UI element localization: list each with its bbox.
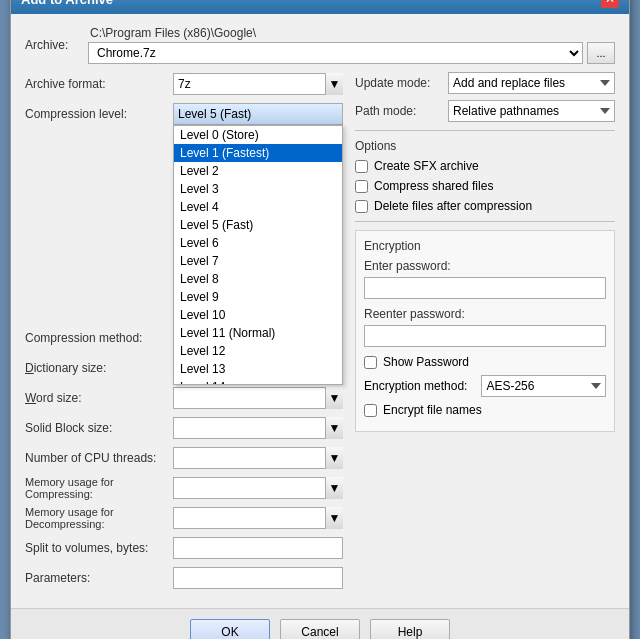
memory-decompress-row: Memory usage for Decompressing: ▼ <box>25 506 343 530</box>
memory-decompress-wrapper: ▼ <box>173 507 343 529</box>
word-size-select[interactable] <box>173 387 343 409</box>
path-mode-row: Path mode: Relative pathnames <box>355 100 615 122</box>
show-password-label: Show Password <box>383 355 469 369</box>
encryption-method-label: Encryption method: <box>364 379 467 393</box>
delete-after-label: Delete files after compression <box>374 199 532 213</box>
solid-block-row: Solid Block size: ▼ <box>25 416 343 440</box>
browse-button[interactable]: ... <box>587 42 615 64</box>
dialog-footer: OK Cancel Help <box>11 608 629 639</box>
delete-after-row: Delete files after compression <box>355 199 615 213</box>
dropdown-item-5[interactable]: Level 5 (Fast) <box>174 216 342 234</box>
archive-label: Archive: <box>25 38 80 52</box>
create-sfx-checkbox[interactable] <box>355 160 368 173</box>
encryption-method-select[interactable]: AES-256 <box>481 375 606 397</box>
left-panel: Archive format: 7z ▼ Compression level: … <box>25 72 343 596</box>
archive-row: Archive: C:\Program Files (x86)\Google\ … <box>25 26 615 64</box>
right-panel: Update mode: Add and replace files Path … <box>355 72 615 596</box>
path-mode-label: Path mode: <box>355 104 440 118</box>
cancel-button[interactable]: Cancel <box>280 619 360 639</box>
cpu-threads-row: Number of CPU threads: ▼ <box>25 446 343 470</box>
dropdown-item-10[interactable]: Level 10 <box>174 306 342 324</box>
dropdown-item-12[interactable]: Level 12 <box>174 342 342 360</box>
enter-password-label: Enter password: <box>364 259 606 273</box>
update-mode-label: Update mode: <box>355 76 440 90</box>
dialog-body: Archive: C:\Program Files (x86)\Google\ … <box>11 14 629 608</box>
memory-compress-row: Memory usage for Compressing: ▼ <box>25 476 343 500</box>
encryption-method-row: Encryption method: AES-256 <box>364 375 606 397</box>
cpu-threads-wrapper: ▼ <box>173 447 343 469</box>
compress-shared-checkbox[interactable] <box>355 180 368 193</box>
archive-path-select[interactable]: Chrome.7z <box>88 42 583 64</box>
encrypt-filenames-label: Encrypt file names <box>383 403 482 417</box>
options-section: Options Create SFX archive Compress shar… <box>355 139 615 213</box>
solid-block-wrapper: ▼ <box>173 417 343 439</box>
cpu-threads-select[interactable] <box>173 447 343 469</box>
dropdown-item-3[interactable]: Level 3 <box>174 180 342 198</box>
word-size-row: Word size: ▼ <box>25 386 343 410</box>
compression-level-wrapper: Level 5 (Fast) Level 0 (Store) Level 1 (… <box>173 103 343 125</box>
compression-level-label: Compression level: <box>25 107 173 121</box>
title-bar: Add to Archive ✕ <box>11 0 629 14</box>
dropdown-item-1[interactable]: Level 1 (Fastest) <box>174 144 342 162</box>
word-size-label: Word size: <box>25 391 173 405</box>
encryption-section: Encryption Enter password: Reenter passw… <box>355 230 615 432</box>
archive-path-line1: C:\Program Files (x86)\Google\ <box>88 26 615 40</box>
close-button[interactable]: ✕ <box>601 0 619 8</box>
delete-after-checkbox[interactable] <box>355 200 368 213</box>
dropdown-item-0[interactable]: Level 0 (Store) <box>174 126 342 144</box>
show-password-row: Show Password <box>364 355 606 369</box>
main-content: Archive format: 7z ▼ Compression level: … <box>25 72 615 596</box>
reenter-password-label: Reenter password: <box>364 307 606 321</box>
compress-shared-label: Compress shared files <box>374 179 493 193</box>
ok-button[interactable]: OK <box>190 619 270 639</box>
compression-method-label: Compression method: <box>25 331 173 345</box>
show-password-checkbox[interactable] <box>364 356 377 369</box>
reenter-password-input[interactable] <box>364 325 606 347</box>
dropdown-item-9[interactable]: Level 9 <box>174 288 342 306</box>
compression-level-row: Compression level: Level 5 (Fast) Level … <box>25 102 343 126</box>
archive-format-select[interactable]: 7z <box>173 73 343 95</box>
memory-decompress-label: Memory usage for Decompressing: <box>25 506 173 530</box>
memory-compress-wrapper: ▼ <box>173 477 343 499</box>
cpu-threads-label: Number of CPU threads: <box>25 451 173 465</box>
parameters-row: Parameters: <box>25 566 343 590</box>
add-to-archive-dialog: Add to Archive ✕ Archive: C:\Program Fil… <box>10 0 630 639</box>
update-mode-row: Update mode: Add and replace files <box>355 72 615 94</box>
close-icon: ✕ <box>605 0 615 8</box>
memory-compress-select[interactable] <box>173 477 343 499</box>
enter-password-input[interactable] <box>364 277 606 299</box>
path-mode-select[interactable]: Relative pathnames <box>448 100 615 122</box>
solid-block-select[interactable] <box>173 417 343 439</box>
dropdown-item-8[interactable]: Level 8 <box>174 270 342 288</box>
dropdown-item-4[interactable]: Level 4 <box>174 198 342 216</box>
archive-path-wrapper: C:\Program Files (x86)\Google\ Chrome.7z… <box>88 26 615 64</box>
archive-format-label: Archive format: <box>25 77 173 91</box>
dialog-title: Add to Archive <box>21 0 113 7</box>
archive-format-wrapper: 7z ▼ <box>173 73 343 95</box>
dropdown-item-14[interactable]: Level 14 <box>174 378 342 385</box>
archive-path-container: Chrome.7z ... <box>88 42 615 64</box>
dropdown-item-11[interactable]: Level 11 (Normal) <box>174 324 342 342</box>
dropdown-item-13[interactable]: Level 13 <box>174 360 342 378</box>
encryption-divider <box>355 221 615 222</box>
options-divider <box>355 130 615 131</box>
memory-compress-label: Memory usage for Compressing: <box>25 476 173 500</box>
split-volumes-input[interactable] <box>173 537 343 559</box>
help-button[interactable]: Help <box>370 619 450 639</box>
parameters-input[interactable] <box>173 567 343 589</box>
compression-level-selected[interactable]: Level 5 (Fast) <box>173 103 343 125</box>
dropdown-item-2[interactable]: Level 2 <box>174 162 342 180</box>
archive-format-row: Archive format: 7z ▼ <box>25 72 343 96</box>
dropdown-item-7[interactable]: Level 7 <box>174 252 342 270</box>
parameters-label: Parameters: <box>25 571 173 585</box>
solid-block-label: Solid Block size: <box>25 421 173 435</box>
encryption-title: Encryption <box>364 239 606 253</box>
encrypt-filenames-checkbox[interactable] <box>364 404 377 417</box>
dropdown-item-6[interactable]: Level 6 <box>174 234 342 252</box>
update-mode-select[interactable]: Add and replace files <box>448 72 615 94</box>
options-title: Options <box>355 139 615 153</box>
split-volumes-label: Split to volumes, bytes: <box>25 541 173 555</box>
memory-decompress-select[interactable] <box>173 507 343 529</box>
compress-shared-row: Compress shared files <box>355 179 615 193</box>
word-size-wrapper: ▼ <box>173 387 343 409</box>
